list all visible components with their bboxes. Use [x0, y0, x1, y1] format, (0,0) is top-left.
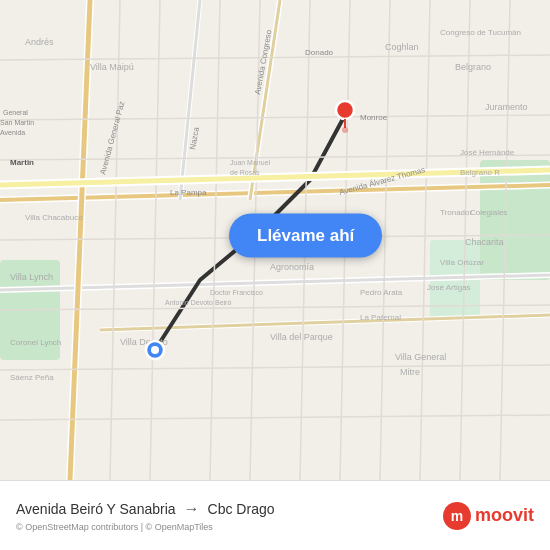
route-from: Avenida Beiró Y Sanabria [16, 501, 176, 517]
moovit-text: moovit [475, 505, 534, 526]
svg-text:Beiró: Beiró [215, 299, 231, 306]
svg-point-77 [342, 127, 348, 133]
svg-text:Avenida: Avenida [0, 129, 25, 136]
svg-text:Martin: Martin [10, 158, 34, 167]
svg-text:Villa Maipú: Villa Maipú [90, 62, 134, 72]
svg-text:Chacarita: Chacarita [465, 237, 504, 247]
svg-text:Pedro Arata: Pedro Arata [360, 288, 403, 297]
svg-text:Juramento: Juramento [485, 102, 528, 112]
route-arrow: → [184, 500, 200, 518]
svg-text:San Martín: San Martín [0, 119, 34, 126]
footer: Avenida Beiró Y Sanabria → Cbc Drago © O… [0, 480, 550, 550]
svg-text:Doctor Francisco: Doctor Francisco [210, 289, 263, 296]
svg-text:José Hernánde: José Hernánde [460, 148, 515, 157]
moovit-logo: m moovit [443, 502, 534, 530]
svg-text:Congreso de Tucumán: Congreso de Tucumán [440, 28, 521, 37]
svg-text:Tronador: Tronador [440, 208, 473, 217]
llevame-button[interactable]: Llévame ahí [229, 214, 382, 258]
map-container: Avenida General Paz Avenida Congreso Ave… [0, 0, 550, 480]
svg-text:La Paternal: La Paternal [360, 313, 401, 322]
svg-text:La Pampa: La Pampa [170, 188, 207, 197]
svg-text:Villa General: Villa General [395, 352, 446, 362]
svg-point-79 [151, 346, 159, 354]
svg-text:Coghlan: Coghlan [385, 42, 419, 52]
svg-text:Andrés: Andrés [25, 37, 54, 47]
svg-text:Villa Chacabuco: Villa Chacabuco [25, 213, 83, 222]
svg-text:Juan Manuel: Juan Manuel [230, 159, 271, 166]
svg-text:Coronel Lynch: Coronel Lynch [10, 338, 61, 347]
svg-text:Villa Lynch: Villa Lynch [10, 272, 53, 282]
svg-text:Villa del Parque: Villa del Parque [270, 332, 333, 342]
svg-text:de Rosas: de Rosas [230, 169, 260, 176]
footer-left: Avenida Beiró Y Sanabria → Cbc Drago © O… [16, 500, 275, 532]
moovit-icon: m [443, 502, 471, 530]
svg-text:Villa Ortúzar: Villa Ortúzar [440, 258, 484, 267]
svg-text:General: General [3, 109, 28, 116]
svg-text:Belgrano R: Belgrano R [460, 168, 500, 177]
svg-text:José Artigas: José Artigas [427, 283, 471, 292]
svg-text:Mitre: Mitre [400, 367, 420, 377]
svg-text:Antonio Devoto: Antonio Devoto [165, 299, 213, 306]
svg-text:Colegiales: Colegiales [470, 208, 507, 217]
svg-text:Sáenz Peña: Sáenz Peña [10, 373, 54, 382]
svg-text:Monroe: Monroe [360, 113, 388, 122]
map-attribution: © OpenStreetMap contributors | © OpenMap… [16, 522, 275, 532]
svg-point-75 [336, 101, 354, 119]
svg-text:Agronomía: Agronomía [270, 262, 314, 272]
route-info: Avenida Beiró Y Sanabria → Cbc Drago [16, 500, 275, 518]
route-to: Cbc Drago [208, 501, 275, 517]
svg-text:Belgrano: Belgrano [455, 62, 491, 72]
svg-text:Donado: Donado [305, 48, 334, 57]
svg-rect-2 [480, 160, 550, 280]
